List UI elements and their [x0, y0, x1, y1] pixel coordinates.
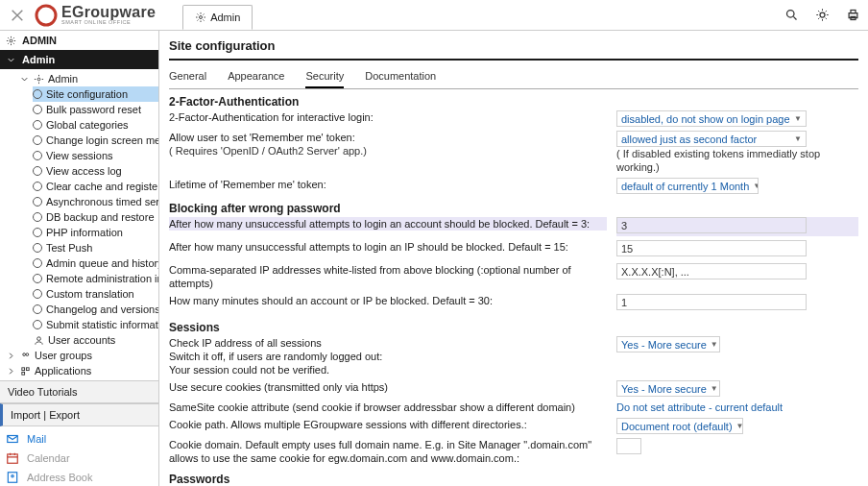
select-2fa-login[interactable]: disabled, do not show on login page▼	[616, 110, 807, 127]
caret-icon: ▼	[711, 382, 718, 396]
tab-security[interactable]: Security	[305, 70, 344, 88]
app-tab-admin[interactable]: Admin	[182, 5, 253, 30]
print-icon	[846, 8, 860, 22]
nav-tree: Admin Site configurationBulk password re…	[0, 69, 158, 380]
sidebar-head: ADMIN	[0, 31, 158, 50]
input-cookie-domain[interactable]	[616, 438, 641, 454]
close-icon	[10, 8, 25, 23]
select-secure-cookies[interactable]: Yes - More secure▼	[616, 380, 720, 397]
caret-icon: ▼	[794, 133, 802, 146]
input-block-ip[interactable]: 15	[616, 240, 807, 256]
select-check-ip[interactable]: Yes - More secure▼	[616, 336, 720, 352]
close-button[interactable]	[0, 8, 35, 23]
select-remember-token[interactable]: allowed just as second factor▼	[616, 131, 807, 147]
label-block-ip: After how many unsuccessful attempts to …	[169, 240, 607, 254]
tree-node-view-access-log[interactable]: View access log	[33, 163, 158, 179]
tree-node-submit-statistic-information[interactable]: Submit statistic information	[33, 317, 158, 332]
radio-icon	[33, 320, 42, 329]
label-cookie-domain: Cookie domain. Default empty uses full d…	[169, 438, 607, 465]
tree-node-changelog-and-versions[interactable]: Changelog and versions	[33, 302, 158, 317]
brand-name: EGroupware	[61, 5, 156, 20]
input-whitelist[interactable]: X.X.X.X[:N], ...	[616, 263, 807, 279]
radio-icon	[33, 212, 42, 222]
label-token-lifetime: Lifetime of 'Remember me' token:	[169, 178, 607, 191]
chevron-down-icon	[6, 55, 16, 65]
label-samesite: SameSite cookie attribute (send cookie i…	[169, 401, 607, 414]
logo: EGroupware SMART ONLINE OFFICE	[35, 4, 156, 27]
svg-point-10	[23, 352, 26, 355]
logo-icon	[35, 4, 58, 27]
select-token-lifetime[interactable]: default of currently 1 Month▼	[616, 178, 759, 194]
tree-node-user-groups[interactable]: User groups	[6, 348, 158, 363]
settings-tabs: GeneralAppearanceSecurityDocumentation	[169, 70, 858, 89]
tree-node-asynchronous-timed-services[interactable]: Asynchronous timed services	[33, 194, 158, 209]
label-whitelist: Comma-separated IP addresses white-liste…	[169, 263, 607, 290]
radio-icon	[33, 228, 42, 237]
input-block-account[interactable]: 3	[616, 217, 807, 233]
tree-node-clear-cache-and-register-hooks[interactable]: Clear cache and register hooks	[33, 179, 158, 194]
chevron-right-icon	[6, 366, 16, 377]
tab-appearance[interactable]: Appearance	[228, 70, 284, 88]
tree-node-applications[interactable]: Applications	[6, 363, 158, 378]
sidebar-video-tutorials[interactable]: Video Tutorials	[0, 380, 158, 403]
tree-node-user-accounts[interactable]: User accounts	[19, 332, 158, 348]
radio-icon	[33, 151, 42, 160]
svg-point-3	[820, 12, 825, 17]
app-ab[interactable]: Address Book	[6, 471, 153, 484]
tree-node-remote-administration-instances[interactable]: Remote administration instances	[33, 271, 158, 286]
radio-icon	[33, 135, 42, 145]
tree-node-test-push[interactable]: Test Push	[33, 240, 158, 255]
sun-icon	[815, 8, 830, 22]
app-cal[interactable]: Calendar	[6, 451, 153, 465]
chevron-right-icon	[6, 351, 16, 361]
tree-node-admin[interactable]: Admin	[19, 71, 158, 86]
select-cookie-path[interactable]: Document root (default)▼	[616, 418, 743, 434]
sidebar-import-export[interactable]: Import | Export	[0, 403, 158, 426]
sidebar-section-admin[interactable]: Admin	[0, 50, 158, 69]
tab-documentation[interactable]: Documentation	[365, 70, 436, 88]
tree-node-admin-queue-and-history[interactable]: Admin queue and history	[33, 255, 158, 271]
radio-icon	[33, 243, 42, 253]
tree-node-global-categories[interactable]: Global categories	[33, 117, 158, 133]
tree-node-custom-translation[interactable]: Custom translation	[33, 286, 158, 302]
tree-node-site-configuration[interactable]: Site configuration	[33, 86, 158, 102]
label-secure-cookies: Use secure cookies (transmitted only via…	[169, 380, 607, 394]
label-remember-token: Allow user to set 'Remember me' token:	[169, 132, 355, 143]
mail-icon	[6, 432, 19, 446]
note-token-disabled: ( If disabled existing tokens immediatly…	[616, 147, 858, 174]
user-icon	[34, 335, 44, 346]
tree-node-view-sessions[interactable]: View sessions	[33, 148, 158, 163]
apps-icon	[20, 366, 31, 377]
tab-label: Admin	[210, 12, 240, 23]
section-2fa: 2-Factor-Authentication	[169, 95, 858, 109]
chevron-down-icon	[19, 74, 30, 85]
radio-icon	[33, 304, 42, 314]
radio-icon	[33, 105, 42, 114]
tree-node-bulk-password-reset[interactable]: Bulk password reset	[33, 102, 158, 117]
theme-button[interactable]	[807, 8, 837, 22]
app-launcher: MailCalendarAddress BookInfoLogProject M…	[0, 426, 158, 486]
label-cookie-path: Cookie path. Allows multiple EGroupware …	[169, 418, 607, 431]
caret-icon: ▼	[794, 112, 802, 126]
label-check-ip: Check IP address of all sessions	[169, 337, 322, 349]
page-title: Site configuration	[169, 31, 858, 61]
tree-node-change-login-screen-message[interactable]: Change login screen message	[33, 133, 158, 148]
svg-point-7	[10, 39, 12, 42]
radio-icon	[33, 258, 42, 268]
tab-general[interactable]: General	[169, 70, 206, 88]
print-button[interactable]	[837, 8, 868, 22]
tree-node-db-backup-and-restore[interactable]: DB backup and restore	[33, 209, 158, 225]
svg-point-2	[786, 11, 794, 18]
label-block-minutes: How many minutes should an account or IP…	[169, 294, 607, 307]
value-samesite[interactable]: Do not set attribute - current default	[616, 401, 783, 413]
ab-icon	[6, 471, 19, 484]
svg-point-9	[37, 336, 41, 340]
app-mail[interactable]: Mail	[6, 432, 153, 446]
search-button[interactable]	[776, 8, 807, 22]
svg-point-1	[200, 15, 203, 18]
tree-node-php-information[interactable]: PHP information	[33, 225, 158, 240]
input-block-minutes[interactable]: 1	[616, 294, 807, 310]
svg-rect-5	[851, 11, 856, 13]
radio-icon	[33, 89, 42, 99]
label-block-account: After how many unsuccessful attempts to …	[169, 217, 607, 231]
